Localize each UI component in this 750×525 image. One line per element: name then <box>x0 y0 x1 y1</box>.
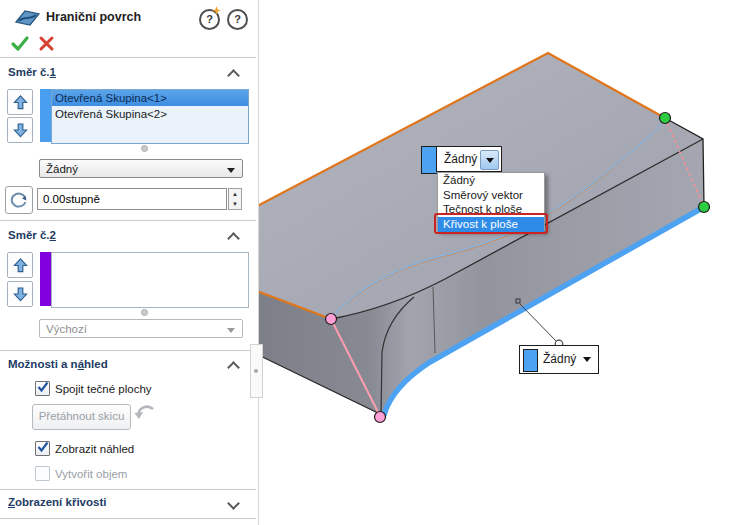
tangency-combo-top[interactable]: Žádný <box>436 146 502 172</box>
checkbox-show-preview[interactable] <box>35 441 50 456</box>
divider <box>0 518 256 519</box>
selection-color-strip-dir1 <box>40 89 51 142</box>
chevron-down-icon <box>227 328 235 333</box>
divider <box>0 489 256 490</box>
dropdown-option-direction-vector[interactable]: Směrový vektor <box>438 188 544 203</box>
section-header-direction2[interactable]: Směr č.2 <box>8 229 56 241</box>
tangency-combo-top-dropdown-button[interactable] <box>480 150 499 170</box>
undo-icon[interactable] <box>133 402 157 422</box>
chevron-down-icon <box>486 158 494 163</box>
arrow-down-icon <box>13 123 28 138</box>
list-resize-grip[interactable] <box>141 309 148 316</box>
draft-angle-field-wrap <box>37 188 227 210</box>
tangency-combo-bottom[interactable]: Žádný <box>519 345 599 374</box>
vertex-handle-pink[interactable] <box>375 412 386 423</box>
divider <box>0 57 256 58</box>
curve-list-dir1[interactable]: Otevřená Skupina<1> Otevřená Skupina<2> <box>51 89 249 144</box>
checkbox-merge-tangent-faces[interactable] <box>35 381 50 396</box>
chevron-up-icon[interactable] <box>227 69 240 82</box>
chevron-up-icon[interactable] <box>227 232 240 245</box>
selection-color-strip-dir2 <box>40 252 51 306</box>
list-resize-grip[interactable] <box>141 145 148 152</box>
move-down-button-dir1[interactable] <box>7 117 33 143</box>
move-down-button-dir2[interactable] <box>7 281 33 307</box>
arrow-down-icon <box>13 287 28 302</box>
tangency-type-combo-dir2-value: Výchozí <box>46 323 87 335</box>
tangency-type-combo-dir1[interactable]: Žádný <box>39 159 243 178</box>
tangency-type-combo-dir2[interactable]: Výchozí <box>39 319 243 338</box>
section-header-curvature-display[interactable]: Zobrazení křivosti <box>8 496 106 508</box>
vertex-handle-pink[interactable] <box>326 314 337 325</box>
chevron-down-icon[interactable] <box>227 497 240 510</box>
spinner-up-icon[interactable]: ▲ <box>229 189 241 199</box>
vertex-handle-green[interactable] <box>660 113 671 124</box>
section-header-direction1[interactable]: Směr č.1 <box>8 66 56 78</box>
check-icon <box>36 380 50 394</box>
splitter-grip-dot <box>254 369 258 373</box>
solidworks-boundary-surface-screen: { "panel": { "title": "Hraniční povrch",… <box>0 0 750 525</box>
divider <box>0 220 256 221</box>
checkbox-label[interactable]: Spojit tečné plochy <box>55 382 152 396</box>
panel-splitter-handle[interactable] <box>250 344 263 398</box>
page-title: Hraniční povrch <box>46 10 141 24</box>
move-up-button-dir2[interactable] <box>7 252 33 278</box>
boundary-surface-icon <box>14 7 42 28</box>
checkbox-label[interactable]: Zobrazit náhled <box>55 442 134 456</box>
cancel-button[interactable] <box>38 35 55 52</box>
divider <box>0 350 256 351</box>
check-icon <box>36 440 50 454</box>
red-highlight-annotation <box>434 213 548 234</box>
draft-angle-spinner[interactable]: ▲ ▼ <box>228 188 242 210</box>
tangency-swatch-bottom <box>523 349 538 372</box>
arrow-up-icon <box>13 258 28 273</box>
checkbox-label: Vytvořit objem <box>55 467 127 481</box>
chevron-down-icon <box>227 168 235 173</box>
ok-button[interactable] <box>10 34 30 53</box>
curve-list-dir2[interactable] <box>51 252 249 308</box>
spinner-down-icon[interactable]: ▼ <box>229 199 241 209</box>
chevron-up-icon[interactable] <box>227 361 240 374</box>
draft-angle-icon-button <box>5 186 33 214</box>
draft-angle-input[interactable] <box>38 189 226 209</box>
chevron-down-icon <box>583 357 591 362</box>
list-item[interactable]: Otevřená Skupina<1> <box>52 90 248 106</box>
star-icon <box>212 6 221 15</box>
rotate-angle-icon <box>10 191 28 209</box>
arrow-up-icon <box>13 95 28 110</box>
checkbox-create-solid[interactable] <box>35 466 50 481</box>
dropdown-option-none[interactable]: Žádný <box>438 173 544 188</box>
list-item[interactable]: Otevřená Skupina<2> <box>52 106 248 122</box>
leader-line <box>520 304 556 341</box>
property-manager-panel: Hraniční povrch ? ? Směr č.1 Otevřená Sk… <box>0 0 259 525</box>
drag-sketch-button[interactable]: Přetáhnout skicu <box>32 404 131 430</box>
tangency-type-combo-dir1-value: Žádný <box>46 163 78 175</box>
move-up-button-dir1[interactable] <box>7 89 33 115</box>
tangency-combo-top-value: Žádný <box>444 147 477 171</box>
tangency-combo-bottom-value: Žádný <box>543 346 576 373</box>
whats-new-help-icon[interactable]: ? <box>199 9 220 30</box>
vertex-handle-green[interactable] <box>699 202 710 213</box>
section-header-options[interactable]: Možnosti a náhled <box>8 358 108 370</box>
help-icon[interactable]: ? <box>227 9 248 30</box>
